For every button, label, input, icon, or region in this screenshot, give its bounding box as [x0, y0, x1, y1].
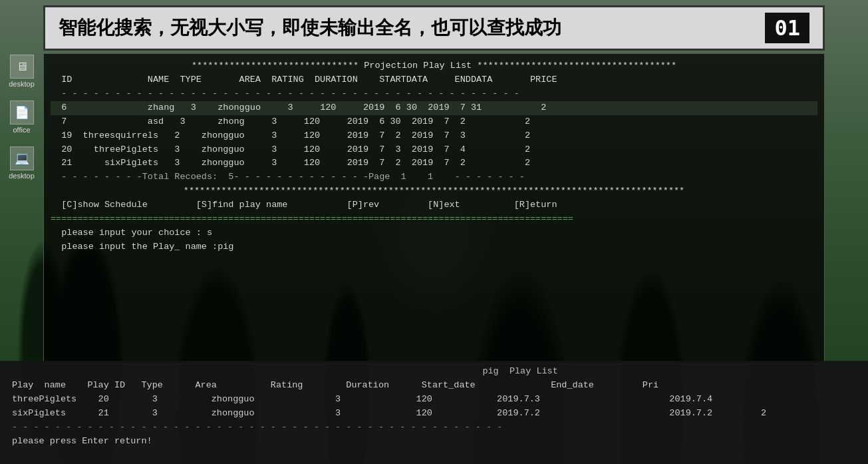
cell-start: 2019 7 2	[347, 130, 401, 140]
desktop-icon-label-3: desktop	[9, 172, 35, 180]
table-row: 6 zhang 3 zhongguo 3 120 2019 6 30 2019 …	[51, 101, 817, 115]
cell-duration: 120	[304, 130, 320, 140]
cell-duration: 120	[304, 144, 320, 154]
cell-id: 19	[61, 130, 72, 140]
cell-end: 2019 7 2	[412, 116, 466, 126]
cell-price: 2	[525, 116, 530, 126]
terminal-footer-stars: ****************************************…	[51, 184, 817, 198]
bt-col-header: Play name Play ID Type Area Rating Durat…	[12, 379, 856, 393]
table-row: 20 threePiglets 3 zhongguo 3 120 2019 7 …	[51, 143, 817, 157]
cell-end: 2019 7 31	[428, 103, 482, 113]
table-row: 19 threesquirrels 2 zhongguo 3 120 2019 …	[51, 129, 817, 143]
cell-name: threesquirrels	[83, 130, 158, 140]
cell-start: 2019 7 3	[347, 144, 401, 154]
cell-name: zhang	[148, 103, 175, 113]
bt-table-row-1: threePiglets 20 3 zhongguo 3 120 2019.7.…	[12, 393, 856, 407]
desktop-icon-2: 📄 office	[0, 99, 43, 135]
terminal-input-1: please input your choice : s	[51, 226, 817, 240]
title-number: 01	[765, 13, 809, 43]
terminal-divider-1: - - - - - - - - - - - - - - - - - - - - …	[51, 87, 817, 101]
cell-rating: 3	[271, 130, 277, 140]
terminal-main: ******************************* Projecti…	[43, 53, 825, 364]
cell-area: zhongguo	[202, 144, 245, 154]
cell-start: 2019 7 2	[347, 158, 401, 168]
cell-start: 2019 6 30	[363, 103, 417, 113]
desktop-icons: 🖥 desktop 📄 office 💻 desktop	[0, 53, 43, 191]
cell-duration: 120	[304, 116, 320, 126]
terminal-input-2: please input the Play_ name :pig	[51, 240, 817, 254]
cell-rating: 3	[271, 144, 277, 154]
cell-type: 2	[174, 130, 180, 140]
cell-id: 21	[61, 158, 72, 168]
title-banner: 智能化搜索，无视大小写，即使未输出全名，也可以查找成功 01	[43, 5, 825, 51]
cell-price: 2	[525, 144, 530, 154]
desktop-icon-img-2: 📄	[10, 101, 34, 124]
desktop-icon-3: 💻 desktop	[0, 145, 43, 181]
table-row: 7 asd 3 zhong 3 120 2019 6 30 2019 7 2 2	[51, 115, 817, 129]
bt-header: pig Play List	[12, 365, 856, 379]
cell-type: 3	[180, 116, 185, 126]
cell-duration: 120	[304, 158, 320, 168]
terminal-bottom: pig Play List Play name Play ID Type Are…	[0, 361, 868, 464]
cell-id: 7	[61, 116, 67, 126]
title-text: 智能化搜索，无视大小写，即使未输出全名，也可以查找成功	[59, 15, 561, 41]
cell-price: 2	[525, 158, 530, 168]
cell-end: 2019 7 2	[412, 158, 466, 168]
cell-price: 2	[541, 103, 546, 113]
desktop-icon-1: 🖥 desktop	[0, 53, 43, 89]
cell-rating: 3	[271, 158, 277, 168]
cell-type: 3	[174, 144, 180, 154]
desktop-icon-img-1: 🖥	[10, 55, 34, 79]
cell-end: 2019 7 3	[412, 130, 466, 140]
cell-end: 2019 7 4	[412, 144, 466, 154]
cell-price: 2	[525, 130, 530, 140]
cell-duration: 120	[320, 103, 336, 113]
cell-area: zhong	[217, 116, 245, 126]
cell-area: zhongguo	[217, 103, 261, 113]
cell-name: sixPiglets	[104, 158, 158, 168]
bt-table-row-2: sixPiglets 21 3 zhongguo 3 120 2019.7.2 …	[12, 407, 856, 421]
terminal-separator: ========================================…	[51, 212, 817, 226]
terminal-total-row: - - - - - - - -Total Recoeds: 5- - - - -…	[51, 170, 817, 184]
desktop-icon-label-2: office	[13, 126, 30, 134]
bt-divider: - - - - - - - - - - - - - - - - - - - - …	[12, 421, 856, 435]
table-row: 21 sixPiglets 3 zhongguo 3 120 2019 7 2 …	[51, 156, 817, 170]
desktop-icon-img-3: 💻	[10, 146, 34, 170]
terminal-header: ******************************* Projecti…	[51, 59, 817, 73]
cell-rating: 3	[288, 103, 293, 113]
cell-name: asd	[148, 116, 164, 126]
cell-type: 3	[174, 158, 180, 168]
cell-name: threePiglets	[94, 144, 158, 154]
cell-id: 6	[61, 103, 67, 113]
desktop-icon-label-1: desktop	[9, 80, 35, 88]
bt-prompt: please press Enter return!	[12, 435, 856, 449]
cell-type: 3	[191, 103, 196, 113]
terminal-col-header: ID NAME TYPE AREA RATING DURATION STARTD…	[51, 73, 817, 87]
cell-id: 20	[61, 144, 72, 154]
cell-area: zhongguo	[202, 158, 245, 168]
terminal-menu-row: [C]show Schedule [S]find play name [P]re…	[51, 198, 817, 212]
cell-rating: 3	[271, 116, 277, 126]
cell-start: 2019 6 30	[347, 116, 401, 126]
cell-area: zhongguo	[202, 130, 245, 140]
